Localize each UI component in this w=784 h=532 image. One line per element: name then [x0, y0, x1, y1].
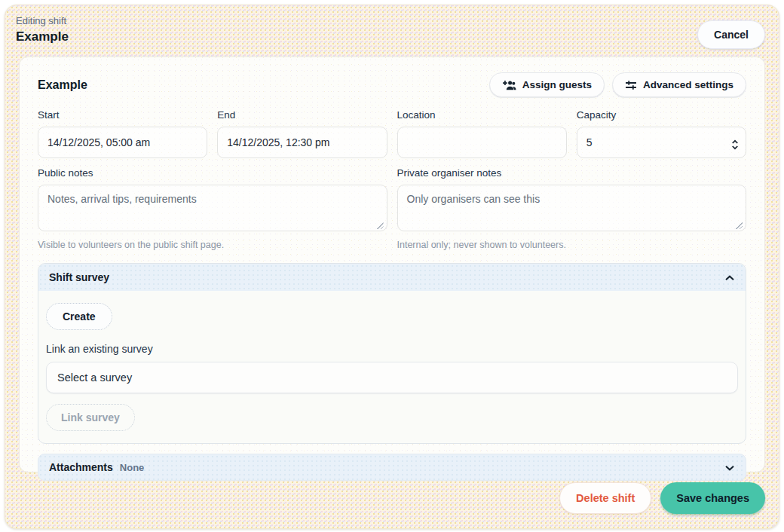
start-label: Start — [38, 109, 207, 121]
private-notes-helper: Internal only; never shown to volunteers… — [397, 240, 747, 250]
location-label: Location — [397, 109, 567, 121]
private-notes-wrap — [397, 185, 747, 234]
link-existing-survey-label: Link an existing survey — [46, 343, 738, 355]
card-actions: Assign guests Advanced settings — [489, 72, 746, 97]
public-notes-helper: Visible to volunteers on the public shif… — [38, 240, 387, 250]
edit-shift-panel: Editing shift Example Cancel Example — [5, 5, 779, 529]
shift-survey-section: Shift survey Create Link an existing sur… — [38, 263, 746, 444]
page-title: Example — [16, 29, 764, 44]
location-field-group: Location — [397, 109, 567, 158]
save-changes-button[interactable]: Save changes — [660, 482, 765, 514]
cancel-button[interactable]: Cancel — [697, 20, 765, 49]
attachments-badge: None — [120, 462, 145, 473]
public-notes-wrap — [38, 185, 387, 234]
end-input[interactable] — [217, 127, 387, 158]
start-input[interactable] — [38, 127, 207, 158]
end-label: End — [217, 109, 387, 121]
delete-shift-button[interactable]: Delete shift — [559, 482, 651, 514]
shift-survey-title: Shift survey — [49, 271, 109, 283]
capacity-label: Capacity — [577, 109, 746, 121]
shift-name-heading: Example — [38, 78, 87, 92]
panel-header: Editing shift Example Cancel — [5, 5, 779, 52]
location-input[interactable] — [397, 127, 567, 158]
public-notes-group: Public notes Visible to volunteers on th… — [38, 167, 387, 250]
public-notes-textarea[interactable] — [38, 185, 387, 231]
advanced-settings-label: Advanced settings — [643, 79, 733, 90]
private-notes-textarea[interactable] — [397, 185, 747, 231]
private-notes-label: Private organiser notes — [397, 167, 747, 179]
private-notes-group: Private organiser notes Internal only; n… — [397, 167, 747, 250]
notes-row: Public notes Visible to volunteers on th… — [38, 167, 746, 250]
capacity-input[interactable] — [577, 127, 746, 158]
advanced-settings-button[interactable]: Advanced settings — [612, 72, 746, 97]
attachments-title: Attachments — [49, 461, 113, 473]
start-field-group: Start — [38, 109, 207, 158]
shift-survey-header[interactable]: Shift survey — [38, 264, 746, 291]
link-survey-button[interactable]: Link survey — [46, 404, 135, 431]
datetime-fields-row: Start End Location Capacity — [38, 109, 746, 158]
create-survey-button[interactable]: Create — [46, 303, 112, 330]
capacity-field-group: Capacity — [577, 109, 746, 158]
shift-survey-body: Create Link an existing survey Select a … — [38, 291, 746, 443]
card-top-row: Example Assign guests — [38, 72, 746, 97]
person-add-icon — [502, 80, 516, 90]
number-stepper-icon[interactable] — [731, 139, 739, 153]
chevron-down-icon — [724, 460, 735, 474]
end-field-group: End — [217, 109, 387, 158]
editing-shift-eyebrow: Editing shift — [16, 15, 764, 26]
assign-guests-button[interactable]: Assign guests — [489, 72, 605, 97]
public-notes-label: Public notes — [38, 167, 387, 179]
shift-form-card: Example Assign guests — [19, 57, 765, 472]
survey-select[interactable]: Select a survey — [46, 362, 738, 393]
assign-guests-label: Assign guests — [522, 79, 592, 90]
sliders-icon — [625, 80, 637, 90]
form-footer: Delete shift Save changes — [5, 472, 779, 514]
chevron-up-icon — [724, 271, 735, 284]
